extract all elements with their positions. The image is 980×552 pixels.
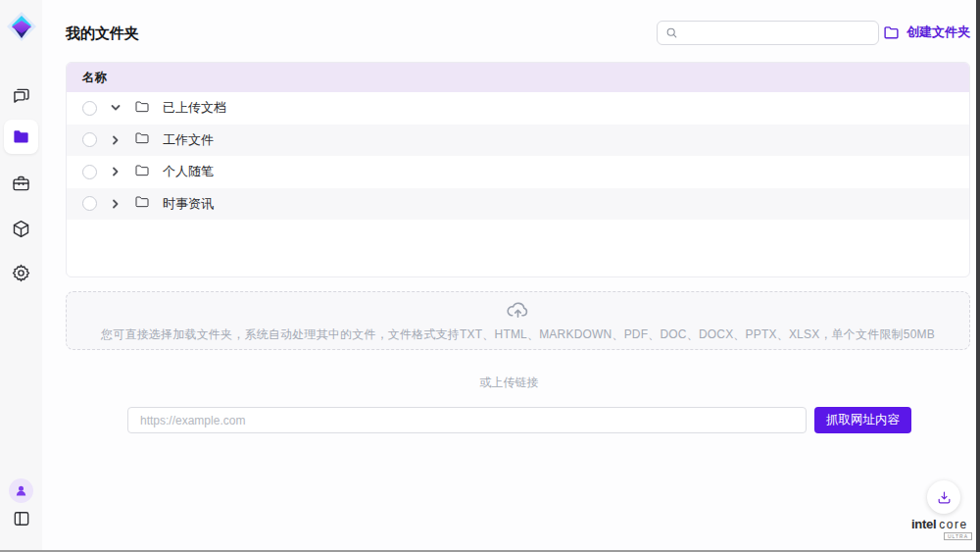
- create-folder-button[interactable]: 创建文件夹: [883, 24, 970, 41]
- gear-icon: [11, 263, 31, 283]
- panel-layout-icon: [12, 509, 31, 528]
- chevron-right-icon[interactable]: [110, 198, 122, 210]
- folder-name: 个人随笔: [163, 163, 214, 180]
- cube-icon: [11, 219, 31, 239]
- folder-name: 工作文件: [163, 131, 214, 149]
- chevron-down-icon[interactable]: [110, 102, 122, 114]
- collapse-panel-button[interactable]: [0, 508, 42, 529]
- row-checkbox[interactable]: [82, 101, 97, 116]
- row-checkbox[interactable]: [82, 165, 97, 179]
- download-icon: [936, 489, 953, 506]
- table-header-name: 名称: [67, 63, 969, 92]
- folder-name: 已上传文档: [163, 99, 226, 117]
- page-title: 我的文件夹: [66, 25, 139, 43]
- app-logo-icon: [0, 8, 42, 45]
- cloud-upload-icon: [506, 298, 530, 324]
- folder-icon: [134, 194, 150, 213]
- folder-table: 名称 已上传文档 工作文件: [66, 62, 970, 277]
- chevron-right-icon[interactable]: [110, 166, 122, 177]
- fetch-url-button[interactable]: 抓取网址内容: [814, 407, 911, 433]
- url-upload-row: 抓取网址内容: [127, 407, 911, 433]
- window-edge-right: [976, 0, 980, 552]
- sidebar-item-folders-active[interactable]: [4, 120, 38, 154]
- folder-icon: [12, 127, 30, 146]
- search-icon: [665, 26, 678, 39]
- folder-icon: [134, 99, 150, 118]
- intel-core-logo: intel core ultra: [911, 517, 972, 540]
- or-upload-link-label: 或上传链接: [42, 375, 976, 391]
- chat-icon: [11, 85, 31, 106]
- folder-icon: [134, 130, 150, 149]
- chevron-right-icon[interactable]: [110, 134, 122, 146]
- user-avatar[interactable]: [9, 478, 33, 503]
- intel-ultra-badge: ultra: [944, 532, 972, 540]
- folder-icon: [134, 163, 150, 181]
- row-checkbox[interactable]: [82, 132, 97, 147]
- folder-plus-icon: [883, 25, 900, 41]
- folder-name: 时事资讯: [163, 195, 214, 213]
- sidebar: [0, 0, 42, 552]
- search-input[interactable]: [684, 26, 870, 40]
- user-icon: [14, 483, 28, 498]
- sidebar-item-chat[interactable]: [0, 84, 42, 106]
- upload-description: 您可直接选择加载文件夹，系统自动处理其中的文件，文件格式支持TXT、HTML、M…: [101, 326, 935, 343]
- upload-dropzone[interactable]: 您可直接选择加载文件夹，系统自动处理其中的文件，文件格式支持TXT、HTML、M…: [66, 291, 970, 350]
- main-content: 我的文件夹 创建文件夹 名称 已上传文档: [42, 0, 976, 552]
- search-box[interactable]: [657, 21, 879, 45]
- intel-wordmark: intel: [911, 517, 936, 531]
- row-checkbox[interactable]: [82, 196, 97, 211]
- table-row[interactable]: 时事资讯: [67, 188, 969, 221]
- sidebar-item-settings[interactable]: [0, 262, 42, 283]
- table-row[interactable]: 工作文件: [67, 125, 969, 157]
- url-input[interactable]: [127, 407, 807, 433]
- core-wordmark: core: [939, 518, 967, 531]
- briefcase-icon: [11, 174, 31, 194]
- table-row[interactable]: 已上传文档: [67, 92, 969, 125]
- table-row[interactable]: 个人随笔: [67, 156, 969, 188]
- create-folder-label: 创建文件夹: [906, 24, 970, 41]
- download-fab-button[interactable]: [927, 480, 960, 514]
- sidebar-item-workspace[interactable]: [0, 173, 42, 194]
- sidebar-item-models[interactable]: [0, 218, 42, 239]
